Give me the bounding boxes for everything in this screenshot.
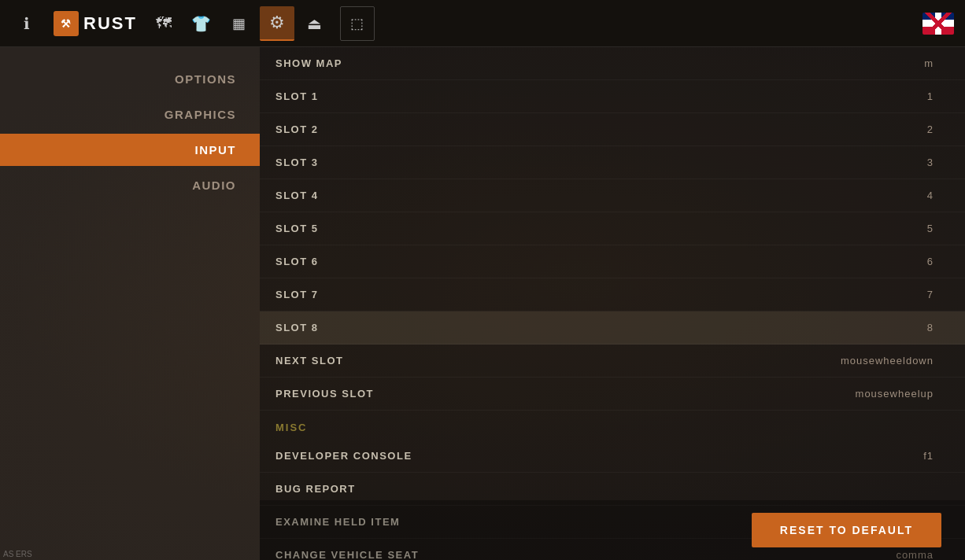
value-slot2: 2 — [839, 123, 934, 135]
label-next-slot: NEXT SLOT — [275, 355, 343, 367]
main-layout: OPTIONS GRAPHICS INPUT AUDIO SHOW MAP m … — [0, 47, 965, 560]
sidebar: OPTIONS GRAPHICS INPUT AUDIO — [0, 47, 260, 560]
map-button[interactable]: 🗺 — [146, 6, 181, 41]
label-slot2: SLOT 2 — [275, 123, 319, 135]
value-slot1: 1 — [839, 90, 934, 102]
label-slot6: SLOT 6 — [275, 256, 319, 267]
row-slot3[interactable]: SLOT 3 3 — [260, 146, 965, 179]
label-slot4: SLOT 4 — [275, 190, 319, 201]
label-slot7: SLOT 7 — [275, 289, 319, 300]
language-button[interactable] — [921, 6, 956, 41]
value-slot7: 7 — [839, 289, 934, 300]
label-show-map: SHOW MAP — [275, 57, 342, 69]
label-slot8: SLOT 8 — [275, 322, 319, 333]
exit-icon: ⏏ — [307, 14, 322, 33]
row-slot1[interactable]: SLOT 1 1 — [260, 80, 965, 113]
info-button[interactable]: ℹ — [9, 6, 44, 41]
reset-to-default-button[interactable]: RESET TO DEFAULT — [752, 513, 941, 547]
label-bug-report: BUG REPORT — [275, 483, 356, 495]
exit-button[interactable]: ⏏ — [298, 6, 332, 41]
row-slot8[interactable]: SLOT 8 8 — [260, 311, 965, 344]
rust-logo-icon: ⚒ — [54, 11, 79, 36]
label-slot5: SLOT 5 — [275, 223, 319, 234]
settings-button[interactable]: ⚙ — [260, 6, 294, 41]
value-slot8: 8 — [839, 322, 934, 333]
inventory-icon: ▦ — [232, 15, 246, 32]
row-slot7[interactable]: SLOT 7 7 — [260, 278, 965, 311]
sidebar-item-audio[interactable]: AUDIO — [0, 169, 260, 201]
rust-logo: ⚒ RUST — [54, 11, 137, 36]
label-slot1: SLOT 1 — [275, 90, 319, 102]
row-slot4[interactable]: SLOT 4 4 — [260, 179, 965, 212]
label-slot3: SLOT 3 — [275, 157, 319, 168]
value-show-map: m — [839, 57, 934, 69]
value-prev-slot: mousewheelup — [839, 388, 934, 400]
row-slot2[interactable]: SLOT 2 2 — [260, 113, 965, 146]
version-text: AS ERS — [3, 550, 32, 558]
row-show-map[interactable]: SHOW MAP m — [260, 47, 965, 80]
map-icon: 🗺 — [156, 14, 172, 32]
inventory-button[interactable]: ▦ — [222, 6, 257, 41]
flag-icon — [922, 13, 954, 35]
row-dev-console[interactable]: DEVELOPER CONSOLE f1 — [260, 440, 965, 473]
value-dev-console: f1 — [839, 450, 934, 462]
shirt-icon: 👕 — [191, 14, 211, 33]
value-slot5: 5 — [839, 223, 934, 234]
info-icon: ℹ — [24, 14, 30, 33]
value-slot4: 4 — [839, 190, 934, 201]
row-slot5[interactable]: SLOT 5 5 — [260, 212, 965, 245]
value-next-slot: mousewheeldown — [839, 355, 934, 367]
navbar: ℹ ⚒ RUST 🗺 👕 ▦ ⚙ ⏏ ⬚ — [0, 0, 965, 47]
label-dev-console: DEVELOPER CONSOLE — [275, 450, 412, 462]
row-next-slot[interactable]: NEXT SLOT mousewheeldown — [260, 344, 965, 378]
screenshot-button[interactable]: ⬚ — [340, 6, 375, 41]
shirt-button[interactable]: 👕 — [184, 6, 219, 41]
value-slot6: 6 — [839, 256, 934, 267]
content-area: SHOW MAP m SLOT 1 1 SLOT 2 2 SLOT 3 3 SL… — [260, 47, 965, 560]
value-slot3: 3 — [839, 157, 934, 168]
bottom-bar: RESET TO DEFAULT — [260, 500, 965, 560]
gear-icon: ⚙ — [269, 13, 285, 33]
sidebar-item-options[interactable]: OPTIONS — [0, 63, 260, 95]
rust-logo-text: RUST — [83, 13, 137, 34]
sidebar-item-input[interactable]: INPUT — [0, 134, 260, 166]
row-slot6[interactable]: SLOT 6 6 — [260, 245, 965, 278]
sidebar-item-graphics[interactable]: GRAPHICS — [0, 98, 260, 131]
misc-section-header: MISC — [260, 411, 965, 440]
screenshot-icon: ⬚ — [350, 15, 364, 32]
label-prev-slot: PREVIOUS SLOT — [275, 388, 374, 400]
row-prev-slot[interactable]: PREVIOUS SLOT mousewheelup — [260, 378, 965, 411]
